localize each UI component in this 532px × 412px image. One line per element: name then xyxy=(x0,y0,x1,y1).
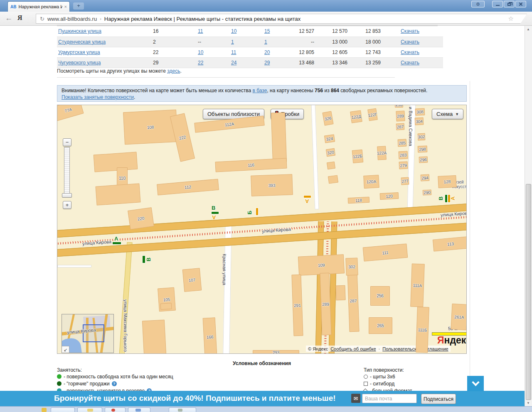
minor-road xyxy=(311,105,319,209)
map-notice-box: Внимание! Количество поверхностей на кар… xyxy=(57,85,467,102)
table-link[interactable]: Удмуртская улица xyxy=(58,49,100,55)
table-link[interactable]: Студенческая улица xyxy=(58,39,106,45)
table-cell: 2 xyxy=(153,37,198,47)
more-streets-link[interactable]: здесь xyxy=(167,68,180,74)
map-type-button[interactable]: Схема ▼ xyxy=(432,109,463,119)
email-input[interactable] xyxy=(362,394,417,403)
legend-item: - ситиборд xyxy=(364,380,412,387)
map-attribution: © Яндекс Сообщить об ошибке · Пользовате… xyxy=(306,346,451,352)
tab-close-icon[interactable]: × xyxy=(64,4,67,9)
billboard-marker-bar[interactable] xyxy=(113,242,121,244)
billboard-marker-bar[interactable] xyxy=(445,195,447,202)
table-link[interactable]: 11 xyxy=(231,49,236,55)
help-icon[interactable]: ? xyxy=(112,381,117,386)
table-cell: 12 853 xyxy=(347,26,381,37)
minor-road xyxy=(57,265,91,267)
minimap[interactable]: улица Кирова ↙ xyxy=(62,314,114,353)
table-link[interactable]: 20 xyxy=(264,49,270,55)
zoom-out-button[interactable]: − xyxy=(63,138,71,146)
map-building: 111А xyxy=(410,263,425,307)
zoom-slider-track[interactable] xyxy=(64,147,70,194)
map-building xyxy=(335,285,345,301)
scrollbar[interactable]: ▲ ▼ xyxy=(525,26,532,406)
table-link[interactable]: 24 xyxy=(231,60,236,66)
scroll-down-arrow-icon[interactable]: ▼ xyxy=(527,401,530,405)
map-building: 304 xyxy=(415,117,424,125)
billboard-marker[interactable]: А xyxy=(305,199,309,204)
table-cell: 12 570 xyxy=(314,26,347,37)
table-link[interactable]: Скачать xyxy=(401,28,419,34)
map-building: 289 xyxy=(396,110,405,121)
map-canvas[interactable]: улица Кирова улица Кирова улица Кирова К… xyxy=(57,105,467,354)
zoom-slider-handle[interactable] xyxy=(62,193,72,198)
browser-tab[interactable]: АВ Наружная реклама И × xyxy=(7,1,70,12)
billboard-marker[interactable]: В xyxy=(146,258,151,261)
legend-item-text: - поверхность свободна хотя бы на один м… xyxy=(64,374,173,380)
table-link[interactable]: 10 xyxy=(198,49,203,55)
taskbar-button-fragment[interactable] xyxy=(51,407,75,412)
table-link[interactable]: 15 xyxy=(264,28,270,34)
table-link[interactable]: Чугуевского улица xyxy=(58,60,101,66)
billboard-marker[interactable]: А xyxy=(114,236,118,241)
table-link[interactable]: 22 xyxy=(198,60,203,66)
taskbar-button-fragment[interactable] xyxy=(169,407,196,412)
scroll-down-button[interactable] xyxy=(467,376,484,391)
map-building: 293 xyxy=(395,105,403,108)
map-building: 113 xyxy=(433,236,467,251)
gear-icon[interactable]: ⚙ xyxy=(471,1,485,7)
minimap-collapse-button[interactable]: ↙ xyxy=(62,346,69,353)
table-row: Чугуевского улица2922242913 46813 34613 … xyxy=(57,57,443,68)
refresh-icon[interactable]: ↻ xyxy=(40,16,44,22)
billboard-marker[interactable]: В xyxy=(212,205,215,211)
report-error-link[interactable]: Сообщить об ошибке xyxy=(330,346,376,351)
map-building: 285 xyxy=(398,139,407,147)
building-label: 222 xyxy=(179,135,187,140)
table-link[interactable]: Пушкинская улица xyxy=(58,28,101,34)
notice-text: Внимание! Количество поверхностей на кар… xyxy=(62,87,462,94)
table-link[interactable]: 29 xyxy=(264,60,270,66)
building-label: 112А xyxy=(224,121,234,127)
scrollbar-thumb[interactable] xyxy=(526,184,531,400)
map-building: 308 xyxy=(415,108,425,115)
building-label: 293 xyxy=(273,351,280,354)
billboard-marker[interactable]: А xyxy=(450,196,456,200)
table-link[interactable]: Скачать xyxy=(401,39,419,45)
address-bar[interactable]: ↻ www.all-billboards.ru › Наружная рекла… xyxy=(36,14,527,24)
yandex-logo-button[interactable]: Я xyxy=(17,14,22,22)
billboard-marker[interactable]: А xyxy=(212,215,216,220)
map-building: 324 xyxy=(324,134,335,143)
street-label-gorkogo: улица Максима Горького xyxy=(123,299,128,352)
minimize-button[interactable] xyxy=(492,1,503,7)
building-label: 302 xyxy=(348,264,355,269)
map-building: 293 xyxy=(253,350,299,354)
table-link[interactable]: 10 xyxy=(231,28,236,34)
show-occupied-link[interactable]: Показать занятые поверхности xyxy=(62,94,134,100)
table-cell: Скачать xyxy=(381,37,443,47)
table-link[interactable]: 11 xyxy=(198,28,203,34)
building-label: 298 xyxy=(419,147,426,152)
taskbar-button-fragment[interactable] xyxy=(105,407,126,412)
table-link[interactable]: 1 xyxy=(264,39,267,45)
billboard-marker-bar[interactable] xyxy=(143,256,145,263)
subscribe-button[interactable]: Подписаться xyxy=(421,394,456,404)
new-tab-button[interactable]: + xyxy=(73,2,84,10)
building-label: 110 xyxy=(119,176,126,181)
bookmark-star-icon[interactable]: ☆ xyxy=(508,15,514,22)
zoom-in-button[interactable]: + xyxy=(63,201,71,209)
streets-table: Пушкинская улица1611101512 52712 57012 8… xyxy=(57,26,443,68)
building-label: 111А xyxy=(413,283,422,288)
table-link[interactable]: 1 xyxy=(231,39,234,45)
table-link[interactable]: Скачать xyxy=(401,60,419,66)
billboard-marker[interactable]: Б xyxy=(247,211,252,214)
notice-link[interactable]: в базе xyxy=(252,88,267,93)
billboard-marker-bar[interactable] xyxy=(304,196,311,198)
billboard-marker[interactable]: В xyxy=(438,196,443,200)
scroll-up-arrow-icon[interactable]: ▲ xyxy=(527,27,530,31)
billboard-marker-bar[interactable] xyxy=(212,212,219,214)
restore-button[interactable] xyxy=(504,1,515,7)
table-cell: 11 xyxy=(198,26,231,37)
close-button[interactable] xyxy=(515,1,526,7)
table-link[interactable]: Скачать xyxy=(401,49,419,55)
billboard-marker-bar[interactable] xyxy=(256,208,258,215)
back-button[interactable]: ← xyxy=(5,14,12,22)
